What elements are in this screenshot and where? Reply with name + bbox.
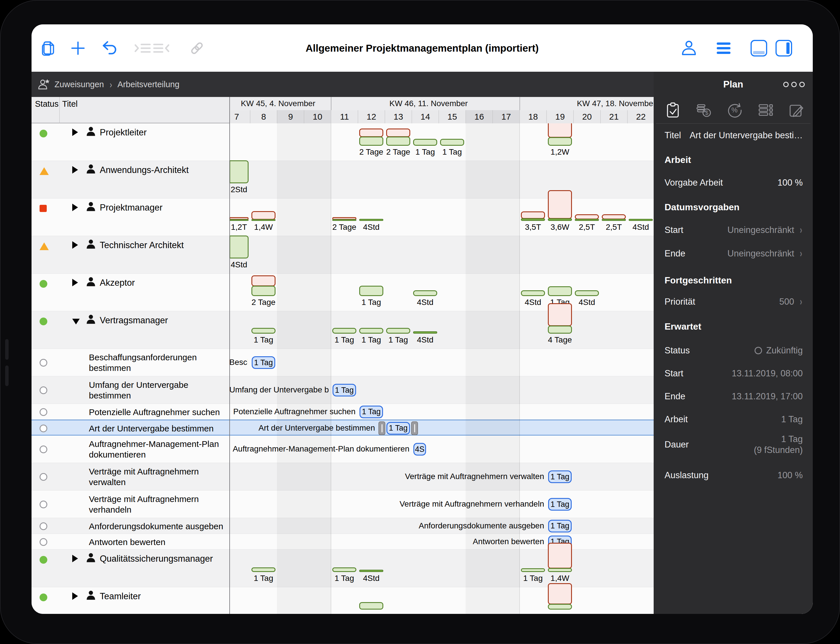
task-label[interactable]: Auftragnehmer-Management-Plan dokumentie…	[89, 439, 224, 460]
disclosure-collapsed-icon[interactable]	[72, 128, 78, 136]
task-duration-badge[interactable]: 1 Tag	[252, 356, 275, 369]
histogram-bar[interactable]	[413, 139, 437, 146]
task-label[interactable]: Beschaffungsanforderungen bestimmen	[89, 352, 224, 373]
histogram-bar[interactable]	[413, 331, 437, 334]
histogram-bar[interactable]	[548, 286, 572, 296]
gantt-day-12[interactable]: 12	[358, 110, 385, 123]
gantt-day-10[interactable]: 10	[304, 110, 331, 123]
task-duration-badge[interactable]: 1 Tag	[548, 470, 571, 483]
disclosure-collapsed-icon[interactable]	[72, 592, 78, 600]
disclosure-expanded-icon[interactable]	[72, 319, 80, 324]
gantt-week-label[interactable]: KW 47, 18. November	[545, 97, 653, 110]
task-duration-badge[interactable]: 1 Tag	[386, 422, 410, 435]
disclosure-collapsed-icon[interactable]	[72, 204, 78, 211]
histogram-bar[interactable]	[359, 328, 383, 334]
badge-right-handle[interactable]	[411, 421, 418, 435]
task-duration-badge[interactable]: 1 Tag	[548, 498, 571, 511]
percent-complete-tab-icon[interactable]: %	[723, 99, 746, 121]
gantt-day-7[interactable]: 7	[229, 110, 250, 123]
histogram-bar[interactable]	[332, 567, 356, 572]
histogram-bar[interactable]	[548, 543, 572, 572]
resource-row[interactable]: Qualitätssicherungsmanager1 Tag1 Tag4Std…	[31, 550, 653, 587]
column-divider[interactable]	[229, 97, 230, 614]
task-row[interactable]: Verträge mit Auftragnehmern verhandelnVe…	[31, 491, 653, 518]
histogram-bar[interactable]	[575, 214, 599, 221]
gantt-week-label[interactable]: KW 46, 11. November	[357, 97, 500, 110]
gantt-day-19[interactable]: 19	[547, 110, 573, 123]
histogram-bar[interactable]	[548, 123, 572, 146]
histogram-bar[interactable]	[521, 212, 545, 221]
volume-up-button[interactable]	[5, 339, 8, 360]
task-label[interactable]: Antworten bewerten	[89, 537, 224, 547]
task-row[interactable]: Potenzielle Auftragnehmer suchenPotenzie…	[31, 404, 653, 420]
resource-label[interactable]: Qualitätssicherungsmanager	[100, 554, 213, 564]
task-label[interactable]: Art der Untervergabe bestimmen	[89, 423, 224, 434]
task-label[interactable]: Umfang der Untervergabe bestimmen	[89, 380, 224, 401]
gantt-day-11[interactable]: 11	[331, 110, 358, 123]
histogram-bar[interactable]	[359, 602, 383, 610]
task-label[interactable]: Verträge mit Auftragnehmern verhandeln	[89, 494, 224, 515]
inspector-field-priorität[interactable]: Priorität500›	[665, 296, 803, 308]
resource-label[interactable]: Teamleiter	[100, 591, 141, 601]
task-row[interactable]: Auftragnehmer-Management-Plan dokumentie…	[31, 435, 653, 463]
histogram-bar[interactable]	[413, 290, 437, 296]
plan-info-tab-icon[interactable]	[662, 99, 684, 121]
inspector-field-status[interactable]: StatusZukünftig	[665, 344, 803, 357]
resource-label[interactable]: Technischer Architekt	[100, 240, 184, 250]
disclosure-collapsed-icon[interactable]	[72, 166, 78, 174]
gantt-day-16[interactable]: 16	[466, 110, 493, 123]
column-header-status[interactable]: Status	[35, 97, 58, 126]
gantt-day-17[interactable]: 17	[493, 110, 519, 123]
histogram-bar[interactable]	[251, 211, 275, 221]
gantt-day-18[interactable]: 18	[519, 110, 547, 123]
histogram-bar[interactable]	[629, 219, 653, 221]
gantt-day-9[interactable]: 9	[277, 110, 304, 123]
task-label[interactable]: Potenzielle Auftragnehmer suchen	[89, 407, 224, 417]
gantt-day-22[interactable]: 22	[627, 110, 653, 123]
view-bottom-panel-icon[interactable]	[748, 25, 770, 72]
histogram-bar[interactable]	[521, 290, 545, 296]
resource-row[interactable]: Teamleiter	[31, 587, 653, 614]
inspector-field-titel[interactable]: TitelArt der Untervergabe besti…	[665, 129, 803, 142]
task-duration-badge[interactable]: 1 Tag	[332, 384, 356, 396]
more-dots-icon[interactable]	[783, 72, 805, 97]
breadcrumb-item-zuweisungen[interactable]: Zuweisungen	[54, 80, 104, 89]
person-icon[interactable]	[678, 25, 699, 72]
histogram-bar[interactable]	[229, 160, 249, 183]
histogram-bar[interactable]	[548, 303, 572, 334]
inspector-field-vorgabe arbeit[interactable]: Vorgabe Arbeit100 %	[665, 176, 803, 189]
histogram-bar[interactable]	[440, 139, 464, 146]
histogram-bar[interactable]	[229, 217, 249, 221]
histogram-bar[interactable]	[359, 128, 383, 146]
histogram-bar[interactable]	[386, 328, 410, 334]
histogram-bar[interactable]	[548, 190, 572, 221]
gantt-day-13[interactable]: 13	[385, 110, 412, 123]
inspector-field-arbeit[interactable]: Arbeit1 Tag	[665, 413, 803, 426]
inspector-field-start[interactable]: Start13.11.2019, 08:00	[665, 367, 803, 380]
histogram-bar[interactable]	[548, 583, 572, 610]
resource-label[interactable]: Projektleiter	[100, 127, 147, 138]
inspector-field-ende[interactable]: Ende13.11.2019, 17:00	[665, 390, 803, 403]
resource-label[interactable]: Vertragsmanager	[100, 315, 168, 325]
task-row[interactable]: Verträge mit Auftragnehmern verwaltenVer…	[31, 463, 653, 491]
menu-icon[interactable]	[713, 25, 734, 72]
gantt-day-15[interactable]: 15	[439, 110, 466, 123]
task-label[interactable]: Verträge mit Auftragnehmern verwalten	[89, 466, 224, 487]
gantt-day-8[interactable]: 8	[250, 110, 277, 123]
histogram-bar[interactable]	[251, 328, 275, 334]
inspector-field-ende[interactable]: EndeUneingeschränkt›	[665, 247, 803, 260]
histogram-bar[interactable]	[521, 568, 545, 572]
volume-down-button[interactable]	[5, 365, 8, 386]
gantt-day-20[interactable]: 20	[573, 110, 600, 123]
task-label[interactable]: Anforderungsdokumente ausgeben	[89, 521, 224, 532]
notes-tab-icon[interactable]	[785, 99, 807, 121]
resource-row[interactable]: Vertragsmanager1 Tag1 Tag1 Tag1 Tag4Std4…	[31, 311, 653, 349]
histogram-bar[interactable]	[575, 290, 599, 296]
task-row[interactable]: Anforderungsdokumente ausgebenAnforderun…	[31, 518, 653, 534]
disclosure-collapsed-icon[interactable]	[72, 555, 78, 562]
histogram-bar[interactable]	[229, 235, 249, 258]
inspector-field-auslastung[interactable]: Auslastung100 %	[665, 469, 803, 481]
disclosure-collapsed-icon[interactable]	[72, 279, 78, 286]
histogram-bar[interactable]	[602, 214, 626, 221]
assignments-tab-icon[interactable]	[754, 99, 777, 121]
